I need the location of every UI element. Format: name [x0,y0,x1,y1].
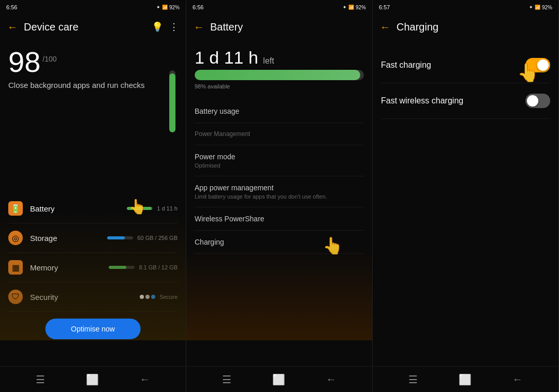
fast-charging-label: Fast charging [381,61,431,70]
memory-status: 8.1 GB / 12 GB [109,264,178,270]
battery-status-1: 92% [169,5,180,10]
memory-label: Memory [30,263,109,272]
optimise-button[interactable]: Optimise now [45,319,141,339]
security-icon: 🛡 [8,290,23,304]
wireless-powershare-title: Wireless PowerShare [195,215,364,223]
score-section: 98 /100 [8,48,178,77]
menu-item-battery[interactable]: 🔋 Battery 1 d 11 h 👆 [8,194,178,223]
nav-home-2[interactable]: ⬜ [266,369,291,390]
fast-wireless-label: Fast wireless charging [381,96,463,105]
nav-back-3[interactable]: ← [506,369,529,389]
menu-item-storage[interactable]: ◎ Storage 60 GB / 256 GB [8,223,178,253]
security-label: Security [30,293,140,301]
status-icons-2: ✦ 📶 92% [343,5,366,10]
time-left-value: 1 d 11 h [195,48,258,67]
storage-bar [107,236,133,239]
nav-menu-3[interactable]: ☰ [402,369,424,390]
score-bar-vertical [169,70,175,132]
nav-home-1[interactable]: ⬜ [80,369,105,390]
score-bar-fill [169,73,175,132]
charging-row[interactable]: Charging 👆 [195,231,364,254]
bluetooth-icon-3: ✦ [529,5,533,10]
memory-bar [109,266,135,269]
menu-item-security[interactable]: 🛡 Security Secure [8,282,178,312]
top-bar-1: ← Device care 💡 ⋮ [0,14,186,39]
battery-icon: 🔋 [8,201,23,216]
status-bar-1: 6:56 ✦ 📶 92% [0,0,186,14]
battery-usage-title: Battery usage [195,107,364,115]
menu-item-memory[interactable]: ▦ Memory 8.1 GB / 12 GB [8,253,178,282]
score-number: 98 [8,48,40,77]
app-power-row[interactable]: App power management Limit battery usage… [195,176,364,207]
security-status: Secure [140,294,178,300]
dot-3 [151,295,155,299]
top-icons-1: 💡 ⋮ [152,21,179,33]
battery-content: 1 d 11 h left 98% available Battery usag… [186,39,372,366]
status-time-1: 6:56 [6,4,17,10]
page-title-3: Charging [396,21,551,33]
storage-icon: ◎ [8,231,23,245]
nav-back-1[interactable]: ← [134,369,156,389]
memory-icon: ▦ [8,260,23,275]
status-bar-3: 6:57 ✦ 📶 92% [373,0,558,14]
memory-value: 8.1 GB / 12 GB [139,264,178,270]
dot-2 [145,295,150,299]
signal-icon-2: 📶 [348,5,354,10]
power-mode-title: Power mode [195,153,364,161]
status-time-2: 6:56 [193,4,203,10]
screen-charging: 6:57 ✦ 📶 92% ← Charging Fast charging 👆 … [373,0,559,392]
top-bar-3: ← Charging [373,14,558,39]
available-text: 98% available [195,83,364,89]
security-value: Secure [159,294,178,300]
back-button-2[interactable]: ← [194,21,204,33]
screen-battery: 6:56 ✦ 📶 92% ← Battery 1 d 11 h left 98%… [186,0,373,392]
storage-bar-fill [107,236,125,239]
battery-value: 1 d 11 h [157,205,178,212]
menu-list: 🔋 Battery 1 d 11 h 👆 ◎ Storage [8,194,178,312]
fast-charging-toggle[interactable] [525,58,550,72]
battery-status-2: 92% [356,5,366,10]
score-description: Close background apps and run checks [8,80,178,91]
battery-bar-fill [127,207,152,210]
nav-home-3[interactable]: ⬜ [452,369,478,390]
power-management-row[interactable]: Power Management [195,123,364,145]
screen-device-care: 6:56 ✦ 📶 92% ← Device care 💡 ⋮ 98 /100 C… [0,0,186,392]
nav-menu-2[interactable]: ☰ [216,369,238,390]
fast-charging-row: Fast charging 👆 [381,48,550,83]
battery-label: Battery [30,204,127,213]
fast-wireless-toggle[interactable] [525,94,550,108]
page-title-1: Device care [24,21,152,33]
wireless-powershare-row[interactable]: Wireless PowerShare [195,207,364,231]
more-icon[interactable]: ⋮ [169,21,179,33]
bulb-icon[interactable]: 💡 [152,21,163,33]
bluetooth-icon: ✦ [156,5,160,10]
fast-wireless-row: Fast wireless charging [381,83,550,119]
battery-bar [127,207,153,210]
nav-bar-3: ☰ ⬜ ← [373,366,558,392]
status-icons-3: ✦ 📶 92% [529,5,552,10]
nav-menu-1[interactable]: ☰ [30,369,51,390]
power-mgmt-title: Power Management [195,130,364,138]
dot-1 [140,295,144,299]
page-title-2: Battery [210,21,365,33]
security-dots [140,295,155,299]
back-button-3[interactable]: ← [380,21,390,33]
battery-bar-fill-h [195,70,360,80]
battery-status: 1 d 11 h [127,205,178,212]
nav-bar-1: ☰ ⬜ ← [0,366,186,392]
status-icons-1: ✦ 📶 92% [156,5,180,10]
power-mode-row[interactable]: Power mode Optimised [195,145,364,176]
signal-icon-3: 📶 [535,5,540,10]
nav-back-2[interactable]: ← [320,369,343,389]
storage-label: Storage [30,234,107,243]
charging-content: Fast charging 👆 Fast wireless charging [373,39,558,366]
status-bar-2: 6:56 ✦ 📶 92% [186,0,372,14]
storage-status: 60 GB / 256 GB [107,235,178,241]
power-mode-subtitle: Optimised [195,162,364,169]
storage-value: 60 GB / 256 GB [137,235,178,241]
back-button-1[interactable]: ← [7,21,18,33]
top-bar-2: ← Battery [186,14,372,39]
battery-usage-row[interactable]: Battery usage [195,100,364,123]
charging-title: Charging [195,238,364,246]
status-time-3: 6:57 [379,4,390,10]
